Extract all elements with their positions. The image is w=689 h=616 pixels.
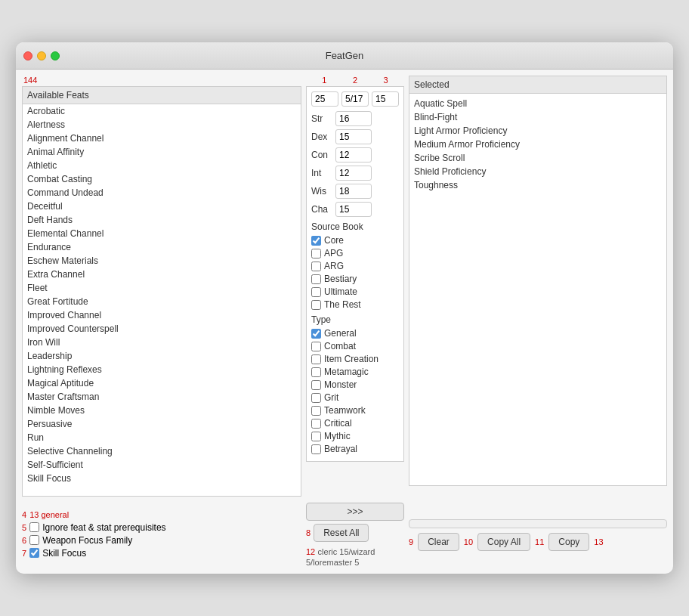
teamwork-checkbox[interactable] bbox=[311, 406, 321, 416]
list-item[interactable]: Combat Casting bbox=[23, 172, 301, 186]
ignore-feat-checkbox[interactable] bbox=[29, 522, 39, 532]
cb-metamagic-row: Metamagic bbox=[311, 367, 399, 377]
left-panel: 144 Available Feats AcrobaticAlertnessAl… bbox=[22, 76, 301, 497]
weapon-focus-checkbox[interactable] bbox=[29, 535, 39, 545]
count-general-label: 13 general bbox=[29, 510, 69, 519]
copy-all-button[interactable]: Copy All bbox=[477, 533, 530, 551]
list-item[interactable]: Deceitful bbox=[23, 200, 301, 213]
list-item[interactable]: Athletic bbox=[23, 159, 301, 172]
col7-badge: 7 bbox=[22, 549, 26, 558]
window-title: FeatGen bbox=[326, 50, 364, 61]
int-label: Int bbox=[311, 168, 332, 178]
main-content: 144 Available Feats AcrobaticAlertnessAl… bbox=[16, 70, 673, 574]
cb-itemcreation-row: Item Creation bbox=[311, 354, 399, 364]
ignore-feat-label: Ignore feat & stat prerequisites bbox=[42, 522, 165, 533]
bottom-middle: >>> 8 Reset All 12 cleric 15/wizard 5/lo… bbox=[306, 503, 404, 568]
arg-checkbox[interactable] bbox=[311, 262, 321, 271]
monster-checkbox[interactable] bbox=[311, 380, 321, 390]
betrayal-label: Betrayal bbox=[324, 444, 357, 454]
list-item[interactable]: Magical Aptitude bbox=[23, 376, 301, 390]
metamagic-checkbox[interactable] bbox=[311, 367, 321, 377]
top-input-15[interactable] bbox=[372, 91, 399, 107]
title-bar: FeatGen bbox=[16, 42, 673, 70]
list-item[interactable]: Extra Channel bbox=[23, 268, 301, 281]
cb-apg-row: APG bbox=[311, 248, 399, 258]
weapon-focus-label: Weapon Focus Family bbox=[42, 535, 132, 546]
apg-label: APG bbox=[324, 248, 343, 258]
scrollbar[interactable] bbox=[409, 519, 667, 528]
apg-checkbox[interactable] bbox=[311, 249, 321, 258]
col6-badge: 6 bbox=[22, 536, 26, 545]
critical-checkbox[interactable] bbox=[311, 419, 321, 429]
list-item: Toughness bbox=[414, 178, 662, 192]
general-label: General bbox=[324, 328, 357, 339]
list-item[interactable]: Improved Channel bbox=[23, 308, 301, 322]
list-item[interactable]: Alignment Channel bbox=[23, 132, 301, 145]
list-item[interactable]: Alertness bbox=[23, 118, 301, 132]
list-item[interactable]: Nimble Moves bbox=[23, 404, 301, 417]
reset-all-button[interactable]: Reset All bbox=[314, 524, 369, 542]
feats-list[interactable]: AcrobaticAlertnessAlignment ChannelAnima… bbox=[22, 104, 301, 497]
bestiary-label: Bestiary bbox=[324, 274, 357, 284]
con-input[interactable] bbox=[335, 147, 372, 163]
dex-input[interactable] bbox=[335, 129, 372, 144]
cb-critical-row: Critical bbox=[311, 418, 399, 429]
skill-focus-checkbox[interactable] bbox=[29, 548, 39, 558]
arrow-button[interactable]: >>> bbox=[306, 503, 404, 521]
list-item[interactable]: Master Craftsman bbox=[23, 390, 301, 404]
general-checkbox[interactable] bbox=[311, 329, 321, 339]
weapon-focus-row: 6 Weapon Focus Family bbox=[22, 535, 301, 546]
stat-wis-row: Wis bbox=[311, 184, 399, 199]
ultimate-checkbox[interactable] bbox=[311, 287, 321, 297]
grit-checkbox[interactable] bbox=[311, 393, 321, 403]
wis-input[interactable] bbox=[335, 184, 372, 199]
list-item[interactable]: Leadership bbox=[23, 349, 301, 363]
list-item[interactable]: Fleet bbox=[23, 281, 301, 295]
list-item[interactable]: Improved Counterspell bbox=[23, 322, 301, 336]
combat-checkbox[interactable] bbox=[311, 342, 321, 351]
mythic-checkbox[interactable] bbox=[311, 432, 321, 441]
therest-checkbox[interactable] bbox=[311, 300, 321, 310]
mythic-label: Mythic bbox=[324, 431, 351, 441]
col12-badge: 12 bbox=[306, 547, 315, 556]
top-input-25[interactable] bbox=[311, 91, 338, 107]
maximize-button[interactable] bbox=[51, 51, 60, 60]
list-item[interactable]: Animal Affinity bbox=[23, 145, 301, 159]
list-item[interactable]: Lightning Reflexes bbox=[23, 363, 301, 376]
list-item[interactable]: Deft Hands bbox=[23, 213, 301, 227]
clear-button[interactable]: Clear bbox=[418, 533, 459, 551]
list-item[interactable]: Acrobatic bbox=[23, 104, 301, 118]
bestiary-checkbox[interactable] bbox=[311, 274, 321, 284]
copy-button[interactable]: Copy bbox=[548, 533, 589, 551]
stat-str-row: Str bbox=[311, 111, 399, 126]
list-item[interactable]: Iron Will bbox=[23, 336, 301, 349]
betrayal-checkbox[interactable] bbox=[311, 444, 321, 454]
combat-label: Combat bbox=[324, 341, 356, 351]
traffic-lights bbox=[23, 51, 60, 60]
list-item[interactable]: Selective Channeling bbox=[23, 444, 301, 458]
list-item[interactable]: Persuasive bbox=[23, 417, 301, 431]
ignore-feat-row: 5 Ignore feat & stat prerequisites bbox=[22, 522, 301, 533]
list-item[interactable]: Great Fortitude bbox=[23, 295, 301, 308]
int-input[interactable] bbox=[335, 166, 372, 181]
list-item[interactable]: Eschew Materials bbox=[23, 254, 301, 268]
stat-dex-row: Dex bbox=[311, 129, 399, 144]
list-item[interactable]: Run bbox=[23, 431, 301, 444]
list-item[interactable]: Skill Focus bbox=[23, 472, 301, 485]
list-item[interactable]: Command Undead bbox=[23, 186, 301, 200]
minimize-button[interactable] bbox=[37, 51, 46, 60]
str-input[interactable] bbox=[335, 111, 372, 126]
core-checkbox[interactable] bbox=[311, 236, 321, 246]
close-button[interactable] bbox=[23, 51, 32, 60]
list-item[interactable]: Self-Sufficient bbox=[23, 458, 301, 472]
list-item[interactable]: Elemental Channel bbox=[23, 227, 301, 240]
list-item: Light Armor Proficiency bbox=[414, 124, 662, 138]
cha-input[interactable] bbox=[335, 202, 372, 217]
itemcreation-checkbox[interactable] bbox=[311, 354, 321, 364]
selected-list[interactable]: Aquatic SpellBlind-FightLight Armor Prof… bbox=[409, 93, 667, 486]
top-input-517[interactable] bbox=[341, 91, 369, 107]
ultimate-label: Ultimate bbox=[324, 286, 357, 297]
arg-label: ARG bbox=[324, 261, 344, 271]
list-item[interactable]: Endurance bbox=[23, 240, 301, 254]
cb-monster-row: Monster bbox=[311, 379, 399, 390]
